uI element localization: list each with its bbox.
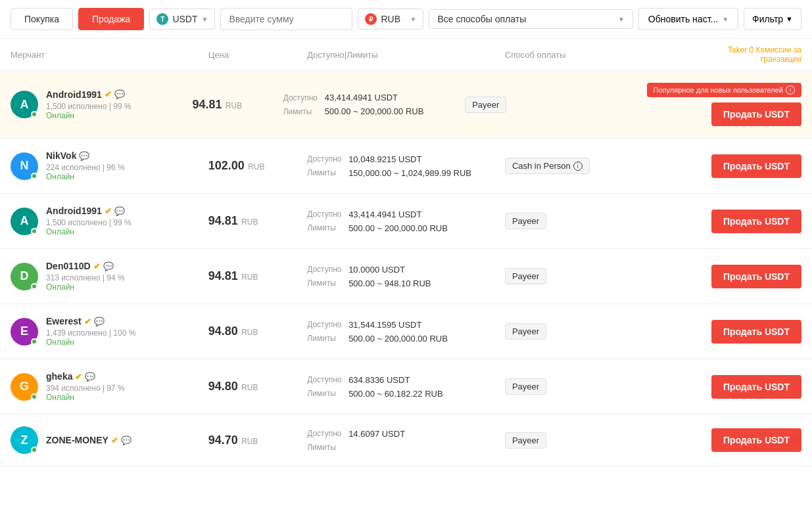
table-body: A Android1991 ✔ 💬 1,500 исполнено | 99 %… bbox=[0, 71, 812, 466]
payment-badge: Payeer bbox=[505, 323, 546, 340]
availability-cell: Доступно 10,048.9215 USDT Лимиты 150,000… bbox=[307, 154, 505, 178]
table-row: N NikVok 💬 224 исполнено | 96 % Онлайн 1… bbox=[0, 139, 812, 194]
merchant-info: NikVok 💬 224 исполнено | 96 % Онлайн bbox=[46, 150, 125, 181]
buy-tab[interactable]: Покупка bbox=[11, 8, 73, 30]
merchant-stats: 313 исполнено | 94 % bbox=[46, 273, 125, 282]
avatar: A bbox=[11, 91, 38, 118]
merchant-status: Онлайн bbox=[46, 393, 125, 402]
price-currency: RUB bbox=[246, 162, 265, 171]
avail-label: Доступно bbox=[307, 265, 343, 274]
usdt-icon: T bbox=[156, 13, 168, 25]
payment-badge: Cash in Person i bbox=[505, 158, 590, 174]
online-dot bbox=[31, 283, 37, 290]
price-cell: 94.80 RUB bbox=[208, 380, 307, 393]
avail-row: Доступно 14.6097 USDT bbox=[307, 429, 505, 439]
sell-tab[interactable]: Продажа bbox=[78, 8, 144, 30]
online-dot bbox=[31, 173, 37, 179]
limit-value: 500.00 ~ 200,000.00 RUB bbox=[348, 334, 448, 344]
online-dot bbox=[31, 111, 37, 118]
payment-badge: Payeer bbox=[505, 268, 546, 284]
verified-icon: ✔ bbox=[75, 372, 82, 382]
sell-button[interactable]: Продать USDT bbox=[711, 154, 801, 178]
chevron-down-icon: ▼ bbox=[618, 16, 625, 23]
availability-cell: Доступно 31,544.1595 USDT Лимиты 500.00 … bbox=[307, 320, 505, 344]
limit-row: Лимиты 500.00 ~ 200,000.00 RUB bbox=[283, 106, 465, 116]
action-cell: Продать USDT bbox=[703, 320, 801, 344]
avail-value: 634.8336 USDT bbox=[348, 375, 410, 385]
sell-button[interactable]: Продать USDT bbox=[711, 102, 801, 126]
action-cell: Продать USDT bbox=[703, 265, 801, 288]
payment-badge: Payeer bbox=[505, 378, 546, 395]
merchant-info: Ewerest ✔ 💬 1,439 исполнено | 100 % Онла… bbox=[46, 316, 135, 347]
verified-icon: ✔ bbox=[105, 206, 112, 216]
payment-cell: Payeer bbox=[505, 323, 703, 340]
merchant-stats: 1,500 исполнено | 99 % bbox=[46, 102, 131, 111]
sell-button[interactable]: Продать USDT bbox=[711, 320, 801, 344]
avail-value: 10.0000 USDT bbox=[348, 265, 405, 275]
merchant-name[interactable]: gheka ✔ 💬 bbox=[46, 371, 125, 382]
currency-select[interactable]: ₽ RUB ▼ bbox=[358, 9, 423, 30]
merchant-cell: N NikVok 💬 224 исполнено | 96 % Онлайн bbox=[11, 150, 208, 181]
rub-icon: ₽ bbox=[365, 13, 377, 25]
payment-badge: Payeer bbox=[465, 97, 506, 113]
limit-label: Лимиты bbox=[307, 334, 343, 343]
price-cell: 102.00 RUB bbox=[208, 159, 307, 173]
merchant-status: Онлайн bbox=[46, 227, 131, 236]
chevron-down-icon: ▼ bbox=[410, 16, 417, 23]
avail-value: 31,544.1595 USDT bbox=[348, 320, 421, 330]
availability-cell: Доступно 14.6097 USDT Лимиты bbox=[307, 429, 505, 452]
online-chat-icon: 💬 bbox=[85, 372, 95, 382]
sell-button[interactable]: Продать USDT bbox=[711, 210, 801, 233]
merchant-cell: A Android1991 ✔ 💬 1,500 исполнено | 99 %… bbox=[11, 89, 192, 120]
table-row: A Android1991 ✔ 💬 1,500 исполнено | 99 %… bbox=[0, 194, 812, 249]
filter-button[interactable]: Фильтр ▼ bbox=[744, 8, 801, 30]
sell-button[interactable]: Продать USDT bbox=[711, 428, 801, 452]
update-settings-button[interactable]: Обновить наст... ▼ bbox=[638, 8, 738, 30]
payment-method-select[interactable]: Все способы оплаты ▼ bbox=[429, 9, 633, 29]
chevron-down-icon: ▼ bbox=[202, 16, 208, 23]
limit-label: Лимиты bbox=[307, 279, 343, 288]
amount-input[interactable] bbox=[220, 8, 352, 30]
avail-value: 10,048.9215 USDT bbox=[348, 154, 421, 164]
merchant-name[interactable]: ZONE-MONEY ✔ 💬 bbox=[46, 435, 131, 445]
price-cell: 94.81 RUB bbox=[208, 214, 307, 228]
merchant-name[interactable]: Ewerest ✔ 💬 bbox=[46, 316, 135, 326]
online-dot bbox=[31, 447, 37, 453]
online-chat-icon: 💬 bbox=[79, 151, 89, 161]
merchant-cell: E Ewerest ✔ 💬 1,439 исполнено | 100 % Он… bbox=[11, 316, 208, 347]
avatar: G bbox=[11, 373, 38, 401]
merchant-status: Онлайн bbox=[46, 111, 131, 120]
payment-name: Payeer bbox=[512, 435, 539, 445]
sell-button[interactable]: Продать USDT bbox=[711, 265, 801, 288]
payment-badge: Payeer bbox=[505, 432, 546, 449]
merchant-name[interactable]: Android1991 ✔ 💬 bbox=[46, 89, 131, 100]
info-icon: i bbox=[786, 85, 795, 95]
avail-label: Доступно bbox=[307, 429, 343, 438]
payment-cell: Cash in Person i bbox=[505, 158, 703, 174]
table-row: A Android1991 ✔ 💬 1,500 исполнено | 99 %… bbox=[0, 71, 812, 139]
payment-name: Payeer bbox=[512, 326, 539, 336]
coin-select[interactable]: T USDT ▼ bbox=[149, 9, 215, 30]
online-chat-icon: 💬 bbox=[114, 89, 125, 99]
payment-name: Cash in Person bbox=[512, 161, 571, 171]
filter-label: Фильтр bbox=[752, 14, 783, 24]
merchant-name[interactable]: NikVok 💬 bbox=[46, 150, 125, 161]
online-chat-icon: 💬 bbox=[121, 435, 131, 445]
merchant-cell: G gheka ✔ 💬 394 исполнено | 97 % Онлайн bbox=[11, 371, 208, 402]
limit-label: Лимиты bbox=[307, 389, 343, 398]
merchant-name[interactable]: Den0110D ✔ 💬 bbox=[46, 261, 125, 271]
merchant-name[interactable]: Android1991 ✔ 💬 bbox=[46, 206, 131, 216]
merchant-status: Онлайн bbox=[46, 338, 135, 347]
online-chat-icon: 💬 bbox=[103, 261, 114, 271]
price-cell: 94.80 RUB bbox=[208, 324, 307, 338]
avail-row: Доступно 634.8336 USDT bbox=[307, 375, 505, 385]
online-chat-icon: 💬 bbox=[114, 206, 125, 216]
filter-icon: ▼ bbox=[786, 15, 793, 23]
payment-method-label: Все способы оплаты bbox=[437, 14, 526, 24]
action-cell: Продать USDT bbox=[703, 428, 801, 452]
action-cell: Продать USDT bbox=[703, 210, 801, 233]
price-cell: 94.81 RUB bbox=[208, 269, 307, 283]
availability-cell: Доступно 43,414.4941 USDT Лимиты 500.00 … bbox=[283, 93, 465, 116]
sell-button[interactable]: Продать USDT bbox=[711, 375, 801, 399]
price-currency: RUB bbox=[239, 437, 258, 446]
